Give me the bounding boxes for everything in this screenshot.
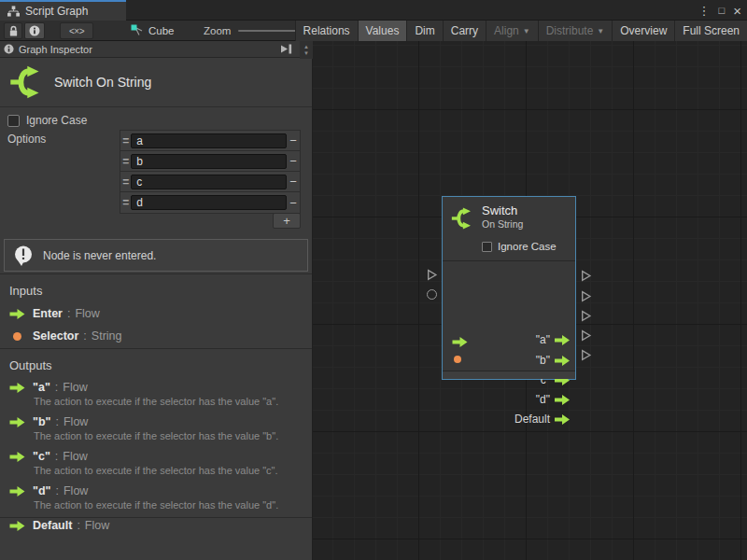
inspector-header: Graph Inspector ▲ ▼ xyxy=(0,41,312,58)
switch-on-string-node[interactable]: Switch On String Ignore Case "a" "b" "c"… xyxy=(442,196,576,380)
flow-arrow-icon[interactable] xyxy=(555,414,570,425)
option-input-c[interactable] xyxy=(131,175,287,189)
graph-owner[interactable]: Cube xyxy=(131,21,175,41)
selector-port-connector-icon[interactable] xyxy=(427,289,437,300)
close-icon[interactable]: × xyxy=(733,4,741,18)
graph-toolbar: <×> Cube Zoom 1x Relations Values Dim Ca… xyxy=(0,21,747,41)
flow-arrow-icon xyxy=(9,417,25,427)
warning-box: Node is never entered. xyxy=(4,239,308,272)
option-row: = − xyxy=(120,131,300,151)
output-c-connector-icon[interactable] xyxy=(580,309,592,326)
canvas-button-strip: Relations Values Dim Carry Align▼ Distri… xyxy=(295,21,747,41)
graph-hierarchy-icon xyxy=(7,6,20,17)
option-input-d[interactable] xyxy=(131,195,287,210)
tab-script-graph[interactable]: Script Graph xyxy=(0,0,126,21)
overview-button[interactable]: Overview xyxy=(612,21,674,41)
inputs-section: Inputs Enter : Flow Selector : String xyxy=(0,273,312,348)
output-default-connector-icon[interactable] xyxy=(580,348,592,365)
add-option-button[interactable]: + xyxy=(273,213,301,229)
dock-icon[interactable] xyxy=(280,43,293,55)
carry-button[interactable]: Carry xyxy=(443,21,486,41)
panel-scroll-spinners[interactable]: ▲ ▼ xyxy=(300,41,313,59)
lock-button[interactable] xyxy=(4,22,22,39)
output-description: The action to execute if the selector ha… xyxy=(34,430,303,441)
output-description: The action to execute if the selector ha… xyxy=(34,499,303,511)
ignore-case-checkbox[interactable] xyxy=(7,115,20,127)
scroll-up-icon[interactable]: ▲ xyxy=(303,44,309,50)
outputs-header: Outputs xyxy=(9,349,303,372)
output-a-connector-icon[interactable] xyxy=(580,269,592,286)
node-body: "a" "b" "c" "d" Default xyxy=(443,261,575,364)
remove-option-button[interactable]: − xyxy=(287,154,300,168)
drag-handle-icon[interactable]: = xyxy=(120,155,131,168)
unit-title-block: Switch On String xyxy=(0,58,312,107)
full-screen-button[interactable]: Full Screen xyxy=(674,21,747,41)
option-row: = − xyxy=(120,151,300,172)
flow-arrow-icon xyxy=(9,309,25,319)
distribute-button[interactable]: Distribute▼ xyxy=(538,21,613,41)
output-b-connector-icon[interactable] xyxy=(580,289,592,306)
output-description: The action to execute if the selector ha… xyxy=(34,396,303,407)
enter-port-connector-icon[interactable] xyxy=(426,268,438,285)
relations-button[interactable]: Relations xyxy=(295,21,358,41)
lock-icon xyxy=(8,25,19,37)
chevron-down-icon: ▼ xyxy=(597,27,604,35)
node-output-row-b[interactable]: "b" xyxy=(443,353,575,368)
option-input-a[interactable] xyxy=(131,133,287,148)
align-button[interactable]: Align▼ xyxy=(486,21,538,41)
graph-inspector-panel: Graph Inspector ▲ ▼ Switch On String Ign… xyxy=(0,41,313,560)
output-port-c: "c" : Flow xyxy=(9,450,303,463)
code-view-button[interactable]: <×> xyxy=(60,22,93,39)
code-view-icon: <×> xyxy=(69,26,84,36)
node-title: Switch xyxy=(482,203,568,217)
info-icon xyxy=(4,44,14,54)
flow-arrow-icon xyxy=(9,383,25,393)
flow-arrow-icon[interactable] xyxy=(555,356,570,366)
unit-title: Switch On String xyxy=(54,75,151,90)
string-port-icon xyxy=(13,332,21,341)
flow-arrow-icon xyxy=(9,452,25,462)
zoom-label: Zoom xyxy=(204,25,231,36)
tab-label: Script Graph xyxy=(25,5,88,18)
flow-arrow-icon xyxy=(9,486,25,497)
unit-properties: Ignore Case Options = − = − = − = − xyxy=(0,107,312,236)
warning-text: Node is never entered. xyxy=(43,249,156,262)
flow-arrow-icon[interactable] xyxy=(555,395,570,405)
dim-button[interactable]: Dim xyxy=(406,21,442,41)
node-footer xyxy=(443,371,575,379)
options-label: Options xyxy=(7,133,46,146)
option-row: = − xyxy=(120,192,300,213)
node-output-row-default[interactable]: Default xyxy=(443,412,575,427)
node-ignore-case-label: Ignore Case xyxy=(498,241,557,252)
input-port-selector: Selector : String xyxy=(9,329,303,343)
warning-bubble-icon xyxy=(12,245,35,267)
node-header[interactable]: Switch On String Ignore Case xyxy=(443,197,575,261)
node-output-row-d[interactable]: "d" xyxy=(443,392,575,407)
remove-option-button[interactable]: − xyxy=(287,175,300,189)
flow-arrow-icon xyxy=(9,521,25,531)
maximize-icon[interactable]: □ xyxy=(719,6,726,16)
chevron-down-icon: ▼ xyxy=(523,27,530,35)
drag-handle-icon[interactable]: = xyxy=(120,175,131,189)
node-subtitle: On String xyxy=(482,218,568,230)
values-button[interactable]: Values xyxy=(358,21,407,41)
output-d-connector-icon[interactable] xyxy=(580,329,592,345)
drag-handle-icon[interactable]: = xyxy=(120,196,131,209)
flow-arrow-icon[interactable] xyxy=(555,335,570,345)
remove-option-button[interactable]: − xyxy=(287,133,300,147)
node-ignore-case-checkbox[interactable] xyxy=(482,242,492,252)
graph-owner-label: Cube xyxy=(148,25,175,36)
option-row: = − xyxy=(120,172,300,192)
scroll-down-icon[interactable]: ▼ xyxy=(303,50,309,57)
remove-option-button[interactable]: − xyxy=(287,196,300,210)
options-list: = − = − = − = − xyxy=(120,130,301,214)
drag-handle-icon[interactable]: = xyxy=(120,134,131,147)
inspector-toggle-button[interactable] xyxy=(24,22,45,39)
window-menu-icon[interactable]: ⋮ xyxy=(698,5,711,17)
output-port-b: "b" : Flow xyxy=(9,415,303,428)
output-port-d: "d" : Flow xyxy=(9,484,303,497)
switch-on-string-icon xyxy=(451,207,473,233)
ignore-case-label: Ignore Case xyxy=(26,114,87,127)
node-output-row-a[interactable]: "a" xyxy=(443,332,575,347)
option-input-b[interactable] xyxy=(131,154,287,169)
